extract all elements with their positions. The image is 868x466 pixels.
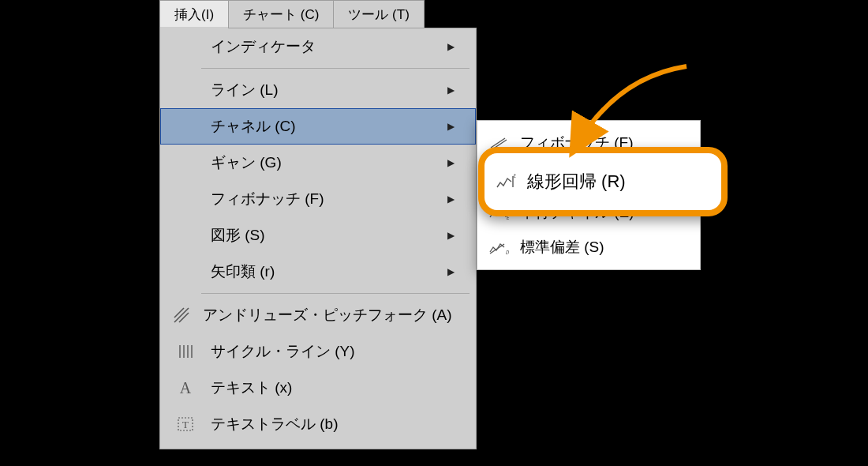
menu-item-label: 図形 (S): [211, 225, 447, 246]
menu-item-label: ライン (L): [211, 80, 447, 100]
pitchfork-icon: [160, 306, 203, 324]
menu-separator: [201, 293, 470, 294]
callout-label: 線形回帰 (R): [527, 170, 721, 194]
svg-line-2: [179, 313, 189, 322]
menubar-item-label: ツール (T): [348, 6, 409, 24]
submenu-arrow-icon: ▶: [447, 157, 476, 168]
menu-item-gann[interactable]: ギャン (G) ▶: [160, 145, 476, 181]
submenu-item-std-dev-channel[interactable]: D 標準偏差 (S): [477, 230, 700, 265]
submenu-arrow-icon: ▶: [447, 266, 476, 277]
std-dev-channel-icon: D: [477, 239, 520, 255]
menu-item-label: 矢印類 (r): [211, 261, 447, 282]
menubar-item-insert[interactable]: 挿入(I): [159, 0, 228, 28]
menu-item-label: チャネル (C): [211, 116, 447, 137]
submenu-arrow-icon: ▶: [447, 230, 476, 241]
menu-item-indicator[interactable]: インディケータ ▶: [160, 28, 476, 65]
menu-item-cycle-line[interactable]: サイクル・ライン (Y): [160, 333, 476, 370]
submenu-arrow-icon: ▶: [447, 41, 476, 52]
menu-item-shapes[interactable]: 図形 (S) ▶: [160, 217, 476, 254]
menu-item-line[interactable]: ライン (L) ▶: [160, 72, 476, 108]
menubar: 挿入(I) チャート (C) ツール (T): [159, 0, 425, 28]
menu-item-label: インディケータ: [211, 36, 447, 57]
menu-item-label: アンドリューズ・ピッチフォーク (A): [203, 305, 452, 325]
submenu-item-label: 標準偏差 (S): [520, 237, 700, 257]
menu-item-channel[interactable]: チャネル (C) ▶: [160, 108, 476, 145]
menu-item-label: テキスト (x): [211, 378, 447, 398]
menubar-item-chart[interactable]: チャート (C): [228, 0, 333, 28]
linear-regression-icon: t: [485, 173, 527, 190]
text-a-icon: A: [160, 379, 211, 397]
menubar-item-label: 挿入(I): [174, 6, 214, 24]
insert-menu: インディケータ ▶ ライン (L) ▶ チャネル (C) ▶ ギャン (G) ▶…: [159, 28, 477, 449]
menu-separator: [201, 68, 470, 69]
menu-item-pitchfork[interactable]: アンドリューズ・ピッチフォーク (A): [160, 297, 476, 333]
menu-item-label: フィボナッチ (F): [211, 189, 447, 209]
cycle-line-icon: [160, 343, 211, 360]
menubar-item-label: チャート (C): [243, 6, 319, 24]
submenu-arrow-icon: ▶: [447, 194, 476, 205]
submenu-arrow-icon: ▶: [447, 121, 476, 132]
menu-item-label: テキストラベル (b): [211, 414, 447, 434]
menu-item-text[interactable]: A テキスト (x): [160, 370, 476, 406]
menu-item-fibonacci[interactable]: フィボナッチ (F) ▶: [160, 181, 476, 217]
text-label-icon: T: [160, 415, 211, 433]
menu-item-label: ギャン (G): [211, 152, 447, 173]
menu-item-label: サイクル・ライン (Y): [211, 341, 447, 362]
svg-text:D: D: [506, 250, 509, 255]
pointer-arrow-icon: [560, 62, 694, 164]
submenu-arrow-icon: ▶: [447, 85, 476, 96]
menu-item-text-label[interactable]: T テキストラベル (b): [160, 406, 476, 442]
svg-text:T: T: [182, 419, 189, 430]
menubar-item-tool[interactable]: ツール (T): [333, 0, 424, 28]
svg-text:t: t: [513, 173, 516, 179]
svg-line-1: [174, 308, 184, 318]
menu-item-arrows[interactable]: 矢印類 (r) ▶: [160, 254, 476, 290]
